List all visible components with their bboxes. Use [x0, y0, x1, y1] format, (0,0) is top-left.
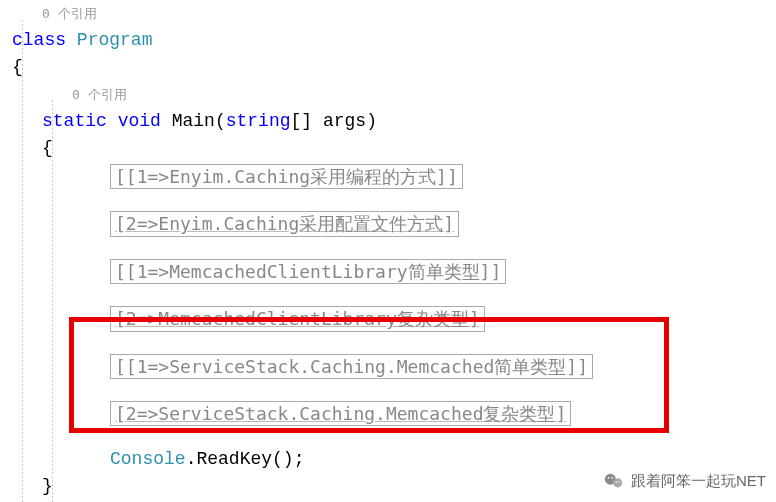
method-name: Main	[172, 108, 215, 135]
collapsed-region[interactable]: [[1=>ServiceStack.Caching.Memcached简单类型]…	[110, 354, 593, 379]
method-signature: static void Main(string[] args)	[12, 108, 776, 135]
indent-guide	[22, 20, 23, 502]
watermark: 跟着阿笨一起玩NET	[603, 470, 766, 492]
param-args: args	[312, 108, 366, 135]
class-name: Program	[77, 27, 153, 54]
method-readkey: ReadKey	[196, 446, 272, 473]
wechat-icon	[603, 470, 625, 492]
svg-point-3	[611, 477, 613, 479]
collapsed-region[interactable]: [2=>ServiceStack.Caching.Memcached复杂类型]	[110, 401, 571, 426]
keyword-void: void	[118, 108, 161, 135]
svg-point-1	[613, 478, 622, 487]
svg-point-4	[616, 481, 617, 482]
svg-point-2	[608, 477, 610, 479]
code-editor[interactable]: 0 个引用 class Program { 0 个引用 static void …	[0, 0, 776, 500]
watermark-text: 跟着阿笨一起玩NET	[631, 472, 766, 491]
collapsed-region[interactable]: [[1=>Enyim.Caching采用编程的方式]]	[110, 164, 463, 189]
class-declaration: class Program	[12, 27, 776, 54]
collapsed-region[interactable]: [2=>MemcachedClientLibrary复杂类型]	[110, 306, 485, 331]
codelens-class-references[interactable]: 0 个引用	[12, 0, 776, 27]
keyword-class: class	[12, 27, 66, 54]
svg-point-5	[618, 481, 619, 482]
type-string: string	[226, 108, 291, 135]
brace-open: {	[12, 54, 776, 81]
codelens-method-references[interactable]: 0 个引用	[12, 81, 776, 108]
class-console: Console	[110, 446, 186, 473]
method-brace-open: {	[12, 135, 776, 162]
collapsed-region[interactable]: [[1=>MemcachedClientLibrary简单类型]]	[110, 259, 506, 284]
collapsed-region[interactable]: [2=>Enyim.Caching采用配置文件方式]	[110, 211, 459, 236]
indent-guide	[52, 100, 53, 502]
